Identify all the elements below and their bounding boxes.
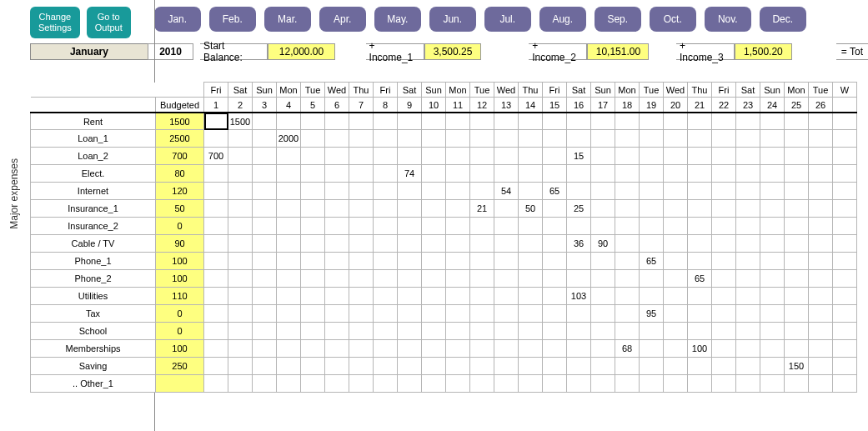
- day-cell[interactable]: [688, 305, 712, 323]
- day-cell[interactable]: [833, 375, 857, 393]
- day-cell[interactable]: [712, 235, 736, 253]
- day-cell[interactable]: [833, 253, 857, 270]
- day-cell[interactable]: [349, 340, 374, 358]
- day-cell[interactable]: [349, 183, 374, 200]
- day-cell[interactable]: [519, 113, 543, 130]
- day-cell[interactable]: [567, 323, 591, 340]
- day-cell[interactable]: [760, 358, 785, 375]
- day-cell[interactable]: [301, 200, 325, 218]
- day-cell[interactable]: [833, 165, 857, 183]
- day-cell[interactable]: [712, 253, 736, 270]
- day-cell[interactable]: [349, 253, 374, 270]
- day-cell[interactable]: [760, 183, 785, 200]
- day-cell[interactable]: [374, 235, 398, 253]
- day-cell[interactable]: [760, 148, 785, 165]
- day-cell[interactable]: [277, 305, 301, 323]
- start-balance-value[interactable]: 12,000.00: [268, 43, 336, 60]
- day-cell[interactable]: [543, 165, 567, 183]
- day-cell[interactable]: 50: [519, 200, 543, 218]
- day-cell[interactable]: [567, 375, 591, 393]
- day-cell[interactable]: 74: [398, 165, 422, 183]
- day-cell[interactable]: [543, 253, 567, 270]
- day-cell[interactable]: [760, 200, 785, 218]
- day-cell[interactable]: [591, 113, 615, 130]
- day-cell[interactable]: [760, 113, 785, 130]
- day-cell[interactable]: [567, 270, 591, 288]
- day-cell[interactable]: [470, 358, 494, 375]
- day-cell[interactable]: [446, 375, 470, 393]
- day-cell[interactable]: [615, 270, 640, 288]
- day-cell[interactable]: [833, 323, 857, 340]
- day-cell[interactable]: [494, 305, 519, 323]
- day-cell[interactable]: [567, 358, 591, 375]
- day-cell[interactable]: [833, 305, 857, 323]
- day-cell[interactable]: [374, 165, 398, 183]
- day-cell[interactable]: [712, 200, 736, 218]
- day-cell[interactable]: [615, 358, 640, 375]
- day-cell[interactable]: [760, 235, 785, 253]
- day-cell[interactable]: [809, 148, 833, 165]
- day-cell[interactable]: [519, 218, 543, 235]
- day-cell[interactable]: 1500: [228, 113, 253, 130]
- day-cell[interactable]: [470, 113, 494, 130]
- day-cell[interactable]: [204, 253, 228, 270]
- day-cell[interactable]: [422, 253, 446, 270]
- budget-cell[interactable]: 0: [156, 305, 204, 323]
- day-cell[interactable]: [446, 288, 470, 305]
- day-cell[interactable]: [736, 305, 760, 323]
- day-cell[interactable]: [543, 235, 567, 253]
- day-cell[interactable]: [253, 218, 277, 235]
- day-cell[interactable]: 100: [688, 340, 712, 358]
- day-cell[interactable]: [204, 358, 228, 375]
- day-cell[interactable]: [688, 200, 712, 218]
- day-cell[interactable]: [446, 253, 470, 270]
- day-cell[interactable]: [446, 200, 470, 218]
- day-cell[interactable]: [785, 183, 809, 200]
- day-cell[interactable]: [204, 235, 228, 253]
- day-cell[interactable]: [785, 270, 809, 288]
- day-cell[interactable]: [422, 165, 446, 183]
- day-cell[interactable]: [228, 183, 253, 200]
- day-cell[interactable]: [833, 340, 857, 358]
- day-cell[interactable]: [736, 270, 760, 288]
- day-cell[interactable]: [688, 218, 712, 235]
- day-cell[interactable]: [422, 148, 446, 165]
- day-cell[interactable]: [543, 375, 567, 393]
- day-cell[interactable]: [809, 375, 833, 393]
- day-cell[interactable]: [301, 113, 325, 130]
- day-cell[interactable]: [349, 305, 374, 323]
- day-cell[interactable]: [446, 235, 470, 253]
- day-cell[interactable]: [785, 288, 809, 305]
- day-cell[interactable]: [519, 323, 543, 340]
- goto-output-button[interactable]: Go to Output: [87, 7, 131, 38]
- day-cell[interactable]: [712, 165, 736, 183]
- day-cell[interactable]: [494, 358, 519, 375]
- day-cell[interactable]: [736, 358, 760, 375]
- day-cell[interactable]: [446, 323, 470, 340]
- day-cell[interactable]: [204, 183, 228, 200]
- month-tab-aug[interactable]: Aug.: [539, 7, 586, 32]
- day-cell[interactable]: [591, 183, 615, 200]
- day-cell[interactable]: [204, 113, 228, 130]
- day-cell[interactable]: [422, 375, 446, 393]
- day-cell[interactable]: [809, 165, 833, 183]
- day-cell[interactable]: [543, 323, 567, 340]
- day-cell[interactable]: [615, 148, 640, 165]
- day-cell[interactable]: [253, 288, 277, 305]
- day-cell[interactable]: [277, 375, 301, 393]
- day-cell[interactable]: [398, 375, 422, 393]
- budget-cell[interactable]: 1500: [156, 113, 204, 130]
- day-cell[interactable]: [664, 375, 688, 393]
- day-cell[interactable]: [833, 270, 857, 288]
- day-cell[interactable]: [374, 323, 398, 340]
- budget-cell[interactable]: 0: [156, 218, 204, 235]
- budget-cell[interactable]: 100: [156, 253, 204, 270]
- day-cell[interactable]: [349, 148, 374, 165]
- day-cell[interactable]: [277, 340, 301, 358]
- budget-cell[interactable]: 100: [156, 340, 204, 358]
- day-cell[interactable]: [374, 270, 398, 288]
- day-cell[interactable]: [736, 183, 760, 200]
- day-cell[interactable]: [349, 288, 374, 305]
- day-cell[interactable]: [591, 288, 615, 305]
- day-cell[interactable]: [567, 253, 591, 270]
